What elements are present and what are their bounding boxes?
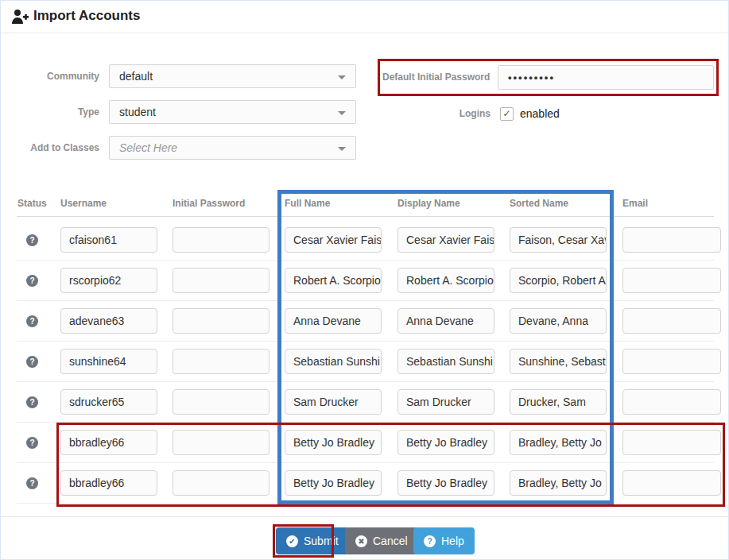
status-help-icon[interactable]: ?	[26, 396, 38, 408]
email-input[interactable]	[622, 470, 721, 496]
table-row: ? bbradley66 Betty Jo Bradley Betty Jo B…	[1, 463, 729, 504]
full-name-input[interactable]: Cesar Xavier Fais	[285, 227, 382, 253]
column-header-initial-password: Initial Password	[173, 198, 245, 209]
username-input[interactable]: cfaison61	[60, 227, 157, 253]
question-circle-icon: ?	[424, 535, 436, 547]
community-value: default	[119, 70, 153, 83]
display-name-input[interactable]: Betty Jo Bradley	[397, 430, 494, 455]
status-help-icon[interactable]: ?	[26, 234, 38, 246]
import-accounts-page: Import Accounts Community default Type s…	[0, 0, 729, 560]
add-to-classes-select[interactable]: Select Here	[109, 136, 356, 160]
x-circle-icon: ✖	[355, 535, 367, 547]
username-input[interactable]: rscorpio62	[60, 268, 157, 293]
display-name-input[interactable]: Robert A. Scorpio	[397, 268, 494, 293]
logins-label: Logins	[392, 102, 491, 125]
email-input[interactable]	[622, 389, 721, 415]
table-header-divider	[17, 216, 714, 217]
sorted-name-input[interactable]: Drucker, Sam	[510, 389, 607, 415]
username-input[interactable]: bbradley66	[60, 430, 157, 455]
initial-password-input[interactable]	[173, 308, 269, 334]
status-help-icon[interactable]: ?	[26, 275, 38, 287]
full-name-input[interactable]: Anna Devane	[285, 308, 382, 334]
display-name-input[interactable]: Betty Jo Bradley	[397, 470, 494, 496]
submit-button-label: Submit	[304, 535, 339, 547]
cancel-button-label: Cancel	[373, 535, 408, 547]
default-initial-password-field[interactable]: •••••••••	[498, 65, 714, 90]
display-name-input[interactable]: Cesar Xavier Fais	[397, 227, 494, 253]
table-body: ? cfaison61 Cesar Xavier Fais Cesar Xavi…	[1, 220, 729, 504]
logins-enabled-text: enabled	[520, 106, 560, 121]
username-input[interactable]: bbradley66	[60, 470, 157, 496]
full-name-input[interactable]: Sebastian Sunshi	[285, 349, 382, 374]
initial-password-input[interactable]	[173, 470, 269, 496]
initial-password-input[interactable]	[173, 349, 269, 374]
check-circle-icon: ✔	[286, 535, 298, 547]
email-input[interactable]	[622, 268, 721, 293]
page-header: Import Accounts	[1, 1, 728, 33]
status-help-icon[interactable]: ?	[26, 477, 38, 489]
username-input[interactable]: sunshine64	[60, 349, 157, 374]
column-header-display-name: Display Name	[397, 198, 460, 209]
display-name-input[interactable]: Sebastian Sunshi	[397, 349, 494, 374]
row-divider	[17, 503, 714, 504]
username-input[interactable]: adevane63	[60, 308, 157, 334]
submit-button[interactable]: ✔ Submit	[276, 527, 349, 554]
column-header-full-name: Full Name	[285, 198, 330, 209]
full-name-input[interactable]: Sam Drucker	[285, 389, 382, 415]
sorted-name-input[interactable]: Bradley, Betty Jo	[510, 470, 607, 496]
help-button-label: Help	[441, 535, 464, 547]
sorted-name-input[interactable]: Faison, Cesar Xav	[510, 227, 607, 253]
column-header-sorted-name: Sorted Name	[510, 198, 568, 209]
email-input[interactable]	[622, 349, 721, 374]
table-row: ? rscorpio62 Robert A. Scorpio Robert A.…	[1, 261, 729, 301]
type-select[interactable]: student	[109, 100, 356, 124]
initial-password-input[interactable]	[173, 389, 269, 415]
cancel-button[interactable]: ✖ Cancel	[345, 527, 418, 554]
add-to-classes-label: Add to Classes	[1, 136, 99, 160]
table-row: ? bbradley66 Betty Jo Bradley Betty Jo B…	[1, 423, 729, 463]
type-label: Type	[1, 100, 99, 124]
sorted-name-input[interactable]: Scorpio, Robert A	[510, 268, 607, 293]
username-input[interactable]: sdrucker65	[60, 389, 157, 415]
column-header-username: Username	[60, 198, 107, 209]
type-value: student	[119, 106, 156, 118]
status-help-icon[interactable]: ?	[26, 437, 38, 449]
initial-password-input[interactable]	[173, 227, 269, 253]
table-row: ? adevane63 Anna Devane Anna Devane Deva…	[1, 301, 729, 342]
column-header-email: Email	[622, 198, 648, 209]
table-row: ? cfaison61 Cesar Xavier Fais Cesar Xavi…	[1, 220, 729, 261]
table-row: ? sunshine64 Sebastian Sunshi Sebastian …	[1, 342, 729, 382]
footer-divider	[1, 516, 728, 517]
full-name-input[interactable]: Robert A. Scorpio	[285, 268, 382, 293]
help-button[interactable]: ? Help	[413, 527, 475, 554]
community-select[interactable]: default	[109, 64, 356, 88]
user-plus-icon	[11, 9, 29, 25]
page-title: Import Accounts	[33, 8, 140, 24]
chevron-down-icon	[338, 75, 346, 79]
sorted-name-input[interactable]: Sunshine, Sebast	[510, 349, 607, 374]
default-initial-password-label: Default Initial Password	[382, 65, 491, 90]
email-input[interactable]	[622, 227, 721, 253]
initial-password-input[interactable]	[173, 268, 269, 293]
sorted-name-input[interactable]: Devane, Anna	[510, 308, 607, 334]
add-to-classes-placeholder: Select Here	[119, 141, 177, 154]
status-help-icon[interactable]: ?	[26, 356, 38, 368]
full-name-input[interactable]: Betty Jo Bradley	[285, 470, 382, 496]
logins-checkbox[interactable]: ✓	[500, 107, 514, 121]
sorted-name-input[interactable]: Bradley, Betty Jo	[510, 430, 607, 455]
full-name-input[interactable]: Betty Jo Bradley	[285, 430, 382, 455]
status-help-icon[interactable]: ?	[26, 315, 38, 327]
chevron-down-icon	[338, 147, 346, 151]
initial-password-input[interactable]	[173, 430, 269, 455]
email-input[interactable]	[622, 308, 721, 334]
community-label: Community	[1, 64, 99, 88]
display-name-input[interactable]: Sam Drucker	[397, 389, 494, 415]
email-input[interactable]	[622, 430, 721, 455]
display-name-input[interactable]: Anna Devane	[397, 308, 494, 334]
chevron-down-icon	[338, 111, 346, 115]
table-row: ? sdrucker65 Sam Drucker Sam Drucker Dru…	[1, 382, 729, 423]
column-header-status: Status	[17, 198, 47, 209]
